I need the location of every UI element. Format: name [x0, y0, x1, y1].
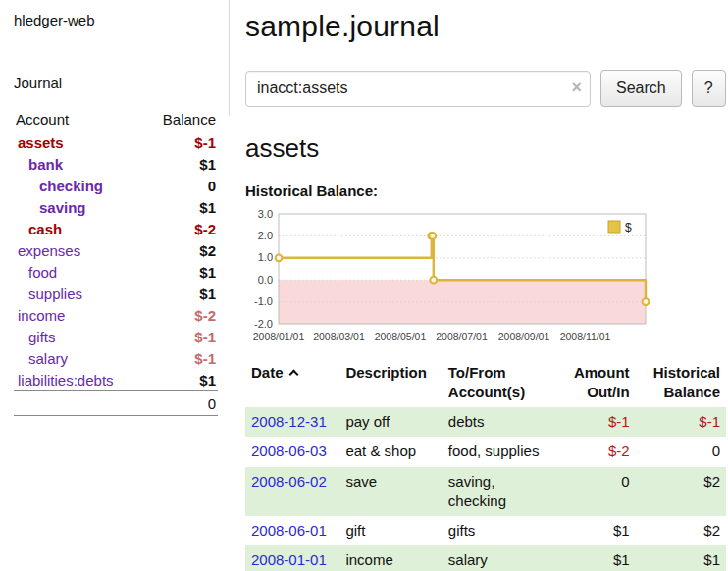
balance-chart[interactable]: 3.02.01.00.0-1.0-2.0$2008/01/012008/03/0… — [245, 208, 726, 349]
transaction-date-link[interactable]: 2008-06-03 — [251, 442, 327, 459]
app-title-link[interactable]: hledger-web — [14, 12, 95, 28]
account-balance: $-1 — [143, 326, 218, 347]
transaction-accounts: debts — [442, 407, 558, 437]
transaction-row: 2008-06-02savesaving, checking0$2 — [245, 467, 726, 517]
transaction-row: 2008-01-01incomesalary$1$1 — [245, 545, 726, 571]
column-header-date[interactable]: Date — [245, 361, 339, 407]
transaction-amount: $1 — [558, 545, 635, 571]
data-point-marker[interactable] — [276, 254, 283, 261]
sidebar-divider — [229, 0, 230, 116]
data-point-marker[interactable] — [430, 277, 437, 284]
page: hledger-web Journal Account Balance asse… — [0, 0, 728, 571]
transaction-date-link[interactable]: 2008-06-01 — [251, 522, 327, 539]
x-tick-label: 2008/11/01 — [560, 331, 611, 342]
account-row: salary$-1 — [14, 347, 218, 369]
account-balance: $-2 — [143, 304, 218, 326]
account-link-liabilities-debts[interactable]: liabilities:debts — [18, 372, 114, 389]
accounts-total-spacer — [14, 391, 143, 416]
account-balance: $1 — [143, 196, 218, 218]
transaction-amount: $-2 — [558, 437, 635, 466]
search-box: × — [245, 71, 591, 107]
transaction-row: 2008-06-01giftgifts$1$2 — [245, 516, 726, 545]
account-balance: $2 — [143, 239, 218, 261]
account-row: expenses$2 — [14, 239, 218, 261]
account-link-food[interactable]: food — [28, 264, 57, 281]
y-tick-label: 2.0 — [258, 230, 273, 241]
transaction-description: eat & shop — [339, 437, 442, 466]
account-heading: assets — [245, 133, 726, 164]
x-tick-label: 2008/05/01 — [375, 331, 427, 342]
page-title: sample.journal — [245, 10, 726, 43]
legend-swatch — [608, 221, 620, 233]
account-balance: $-1 — [143, 347, 218, 369]
transaction-accounts: gifts — [442, 516, 558, 545]
account-link-salary[interactable]: salary — [28, 350, 68, 367]
account-link-expenses[interactable]: expenses — [18, 242, 80, 259]
legend-label: $ — [625, 221, 632, 234]
account-row: saving$1 — [14, 196, 218, 218]
main-content: sample.journal × Search ? assets Histori… — [230, 0, 728, 571]
transaction-accounts: salary — [442, 545, 558, 571]
account-balance: 0 — [143, 175, 218, 196]
help-button[interactable]: ? — [692, 70, 726, 107]
account-row: liabilities:debts$1 — [14, 369, 218, 391]
transaction-balance: $2 — [636, 467, 726, 517]
x-tick-label: 2008/07/01 — [436, 331, 488, 342]
data-point-marker[interactable] — [429, 233, 436, 239]
search-input[interactable] — [245, 71, 591, 107]
transaction-date-link[interactable]: 2008-12-31 — [251, 413, 327, 430]
transaction-description: income — [339, 545, 442, 571]
transaction-balance: $1 — [636, 545, 726, 571]
account-balance: $1 — [143, 283, 218, 304]
chart-title: Historical Balance: — [245, 182, 726, 199]
account-link-gifts[interactable]: gifts — [28, 329, 56, 345]
sort-ascending-icon — [288, 370, 298, 380]
search-button[interactable]: Search — [600, 70, 682, 107]
transaction-amount: $1 — [558, 516, 635, 545]
x-tick-label: 2008/09/01 — [498, 331, 550, 342]
transaction-date-link[interactable]: 2008-06-02 — [251, 473, 327, 490]
transaction-description: save — [339, 467, 442, 517]
x-tick-label: 2008/03/01 — [313, 331, 365, 342]
account-link-checking[interactable]: checking — [39, 178, 103, 194]
transaction-date-link[interactable]: 2008-01-01 — [251, 551, 327, 568]
account-link-income[interactable]: income — [18, 307, 65, 324]
account-row: assets$-1 — [14, 131, 218, 153]
account-row: income$-2 — [14, 304, 218, 326]
column-header-date-label: Date — [251, 364, 284, 381]
accounts-table: Account Balance assets$-1bank$1checking0… — [14, 108, 218, 416]
clear-search-icon[interactable]: × — [571, 78, 582, 99]
transaction-description: gift — [339, 516, 442, 545]
transaction-amount: 0 — [558, 467, 635, 517]
transaction-amount: $-1 — [558, 407, 635, 437]
column-header-accounts: To/From Account(s) — [442, 361, 558, 407]
accounts-header-account: Account — [14, 108, 143, 131]
transaction-description: pay off — [339, 407, 442, 437]
column-header-balance: Historical Balance — [636, 361, 726, 407]
data-point-marker[interactable] — [643, 298, 650, 305]
x-tick-label: 2008/01/01 — [253, 331, 305, 342]
accounts-total-row: 0 — [14, 391, 218, 416]
search-row: × Search ? — [245, 70, 726, 107]
register-header-row: Date Description To/From Account(s) Amou… — [245, 361, 726, 407]
column-header-description: Description — [339, 361, 442, 407]
sidebar: hledger-web Journal Account Balance asse… — [0, 0, 230, 571]
account-link-saving[interactable]: saving — [39, 199, 86, 216]
account-link-assets[interactable]: assets — [18, 134, 64, 151]
accounts-header-row: Account Balance — [14, 108, 218, 131]
transaction-accounts: saving, checking — [442, 467, 558, 517]
account-link-cash[interactable]: cash — [28, 221, 62, 237]
y-tick-label: 0.0 — [258, 274, 273, 286]
accounts-total-value: 0 — [143, 391, 218, 416]
journal-link[interactable]: Journal — [14, 75, 62, 91]
register-table: Date Description To/From Account(s) Amou… — [245, 361, 726, 571]
account-row: bank$1 — [14, 153, 218, 175]
account-balance: $1 — [143, 153, 218, 175]
account-balance: $1 — [143, 369, 218, 391]
y-tick-label: 3.0 — [258, 208, 273, 220]
account-link-bank[interactable]: bank — [28, 156, 63, 173]
y-tick-label: -1.0 — [254, 295, 273, 307]
transaction-row: 2008-06-03eat & shopfood, supplies$-20 — [245, 437, 726, 466]
account-link-supplies[interactable]: supplies — [28, 286, 82, 302]
account-row: checking0 — [14, 175, 218, 196]
